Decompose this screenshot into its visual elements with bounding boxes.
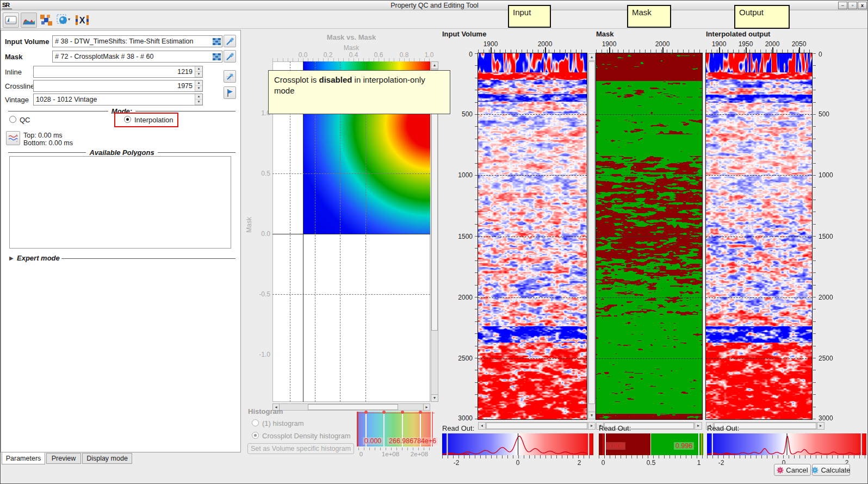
gridline-1500 — [596, 237, 702, 237]
set-volume-histogram-button[interactable]: Set as Volume specific histogram — [247, 443, 354, 454]
inline-spinbox[interactable]: 1219 ▲▼ — [33, 66, 203, 78]
colorbar-marker[interactable] — [401, 411, 404, 414]
spin-up-icon[interactable]: ▲ — [195, 80, 202, 86]
input-hscrollbar[interactable]: ◂ ▸ — [478, 422, 596, 430]
colorbar-marker[interactable] — [419, 411, 422, 414]
spinner-arrows[interactable]: ▲▼ — [195, 94, 202, 105]
histogram-1-label[interactable]: (1) histogram — [262, 419, 304, 427]
crossplot-hscrollbar[interactable]: ◂ ▸ — [272, 404, 430, 411]
input-ytick: 1000 — [457, 171, 473, 179]
spinner-arrows[interactable]: ▲▼ — [195, 66, 202, 77]
crossplot-title: Mask vs. Mask — [272, 33, 430, 41]
close-button[interactable]: x — [858, 2, 867, 9]
scroll-right-icon[interactable]: ▸ — [817, 422, 824, 430]
inline-label: Inline — [5, 68, 22, 76]
input-vscrollbar[interactable]: ▴ ▾ — [588, 53, 596, 419]
input-top-ruler — [478, 49, 587, 53]
mask-readout-colorbar[interactable]: 0.000 0.996 — [599, 433, 703, 455]
gridline-500 — [706, 114, 812, 115]
input-volume-pick-button[interactable] — [224, 35, 236, 47]
spin-up-icon[interactable]: ▲ — [195, 94, 202, 100]
remove-crossplot-icon[interactable]: X — [75, 14, 90, 27]
gate-button[interactable] — [6, 131, 20, 145]
scroll-down-icon[interactable]: ▾ — [431, 394, 438, 402]
gridline-2500 — [596, 358, 702, 359]
crossplot-link-icon[interactable] — [39, 14, 54, 27]
histogram-1-radio[interactable] — [252, 419, 259, 426]
expert-mode-label[interactable]: Expert mode — [17, 254, 60, 262]
output-ytick: 1500 — [819, 233, 833, 240]
tab-display-mode[interactable]: Display mode — [82, 453, 132, 464]
snapshot-dropdown-arrow[interactable]: ▾ — [68, 17, 70, 22]
tab-parameters[interactable]: Parameters — [2, 452, 45, 464]
cancel-gear-icon — [777, 467, 784, 474]
input-readout-colorbar[interactable] — [442, 433, 593, 455]
crossplot-xtick: 0.4 — [349, 51, 358, 59]
crossline-spinbox[interactable]: 1975 ▲▼ — [33, 80, 203, 92]
polygons-list[interactable] — [9, 156, 231, 249]
gridline-1000 — [706, 175, 812, 176]
input-xtick: 2000 — [538, 40, 553, 48]
crossplot-zero-hline — [272, 234, 430, 234]
spinner-arrows[interactable]: ▲▼ — [195, 80, 202, 91]
scroll-right-icon[interactable]: ▸ — [695, 422, 702, 430]
scroll-down-icon[interactable]: ▾ — [588, 412, 596, 419]
crossplot-disabled-tooltip: Crossplot is disabled in interpolation-o… — [268, 70, 450, 114]
vintage-value: 1028 - 1012 Vintage — [34, 96, 195, 103]
crossplot-ytick: 1.0 — [252, 109, 270, 117]
spin-down-icon[interactable]: ▼ — [195, 86, 202, 91]
spin-down-icon[interactable]: ▼ — [195, 72, 202, 77]
qc-radio[interactable] — [9, 116, 16, 123]
crossplot-density-radio[interactable] — [252, 432, 259, 439]
expert-expand-icon[interactable]: ▶ — [9, 255, 14, 261]
input-ytick: 0 — [457, 51, 473, 58]
minimize-button[interactable]: – — [838, 2, 847, 9]
input-volume-combo[interactable]: # 38 - DTW_TimeShifts: Time-Shift Estima… — [52, 35, 222, 47]
cancel-button[interactable]: Cancel — [774, 464, 811, 476]
spin-up-icon[interactable]: ▲ — [195, 66, 202, 72]
scroll-right-icon[interactable]: ▸ — [588, 422, 596, 430]
output-xtick: 1900 — [712, 40, 727, 48]
scroll-up-icon[interactable]: ▴ — [431, 61, 438, 69]
mask-readout-label: Read Out: — [599, 424, 631, 432]
vintage-flag-button[interactable] — [224, 86, 236, 99]
spin-down-icon[interactable]: ▼ — [195, 100, 202, 105]
flag-icon — [226, 89, 234, 97]
volume-grid-icon[interactable] — [212, 36, 222, 46]
qc-radio-label[interactable]: QC — [20, 116, 30, 124]
calculate-button[interactable]: Calculate — [812, 464, 850, 476]
display-panel-button[interactable] — [3, 13, 19, 28]
mask-scale-tick: 1 — [697, 459, 701, 467]
tab-preview[interactable]: Preview — [46, 453, 81, 464]
polygons-title: Available Polygons — [89, 148, 154, 157]
mask-combo[interactable]: # 72 - CrossplotMask # 38 - # 60 — [52, 51, 222, 63]
output-readout-colorbar[interactable] — [707, 433, 866, 455]
gate-top-label: Top: 0.00 ms — [23, 132, 63, 139]
gridline-500 — [478, 114, 587, 115]
histogram-tool-button[interactable] — [21, 13, 37, 28]
input-left-ruler — [475, 53, 478, 419]
vintage-combo[interactable]: 1028 - 1012 Vintage ▲▼ — [33, 94, 203, 106]
input-ytick: 500 — [457, 110, 473, 118]
gridline-2500 — [478, 358, 587, 359]
output-right-ruler — [813, 53, 816, 419]
crossplot-yaxis-label: Mask — [245, 217, 253, 233]
svg-text:X: X — [79, 16, 85, 25]
interpolation-radio[interactable] — [124, 116, 131, 123]
scroll-up-icon[interactable]: ▴ — [588, 53, 596, 61]
interpolation-radio-label[interactable]: Interpolation — [134, 116, 173, 124]
mask-panel-title: Mask — [596, 30, 614, 38]
maximize-button[interactable]: ▫ — [848, 2, 857, 9]
mask-pick-button[interactable] — [224, 50, 236, 63]
colorbar-marker[interactable] — [364, 411, 368, 414]
position-pick-button[interactable] — [224, 70, 236, 83]
output-readout-label: Read Out: — [707, 424, 739, 432]
input-scale-tick: 0 — [516, 459, 520, 467]
histogram-min-label: 0.000 — [363, 437, 383, 445]
volume-grid-icon[interactable] — [212, 52, 222, 61]
crossplot-density-label[interactable]: Crossplot Density histogram — [262, 432, 351, 440]
mask-value: # 72 - CrossplotMask # 38 - # 60 — [53, 53, 212, 60]
colorbar-marker[interactable] — [382, 411, 386, 414]
scroll-left-icon[interactable]: ◂ — [478, 422, 486, 430]
scroll-right-icon[interactable]: ▸ — [423, 404, 430, 411]
